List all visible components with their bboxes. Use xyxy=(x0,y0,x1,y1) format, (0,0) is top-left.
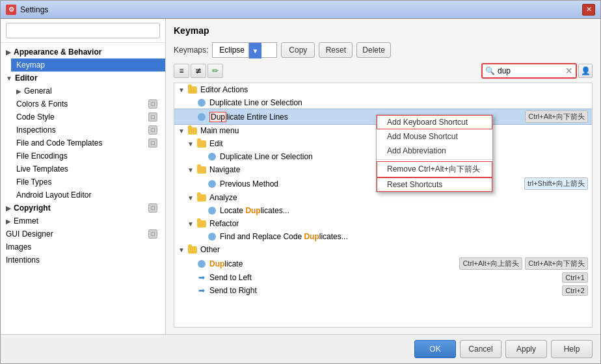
expand-icon: ▼ xyxy=(187,166,196,174)
keymap-tree[interactable]: ▼ Editor Actions Duplicate Line or Selec… xyxy=(174,83,593,328)
keymap-value: Eclipse xyxy=(215,43,248,57)
folder-icon xyxy=(187,84,198,95)
tree-node-label: Send to Right xyxy=(209,286,559,295)
tree-row[interactable]: ▼ Editor Actions xyxy=(174,83,592,96)
sidebar-item-label: GUI Designer xyxy=(6,229,53,239)
nav-search-input[interactable] xyxy=(6,23,160,38)
action-icon xyxy=(196,98,207,108)
tree-row[interactable]: Locate Duplicates... xyxy=(174,204,592,217)
filter-button[interactable]: 👤 xyxy=(578,64,593,78)
sidebar-item-label: Android Layout Editor xyxy=(16,190,91,200)
tree-row[interactable]: Find and Replace Code Duplicates... xyxy=(174,230,592,243)
nav-tree: ▶ Appearance & Behavior Keymap ▼ Editor … xyxy=(1,43,165,334)
arrow-icon: ▶ xyxy=(6,49,11,56)
search-icon: 🔍 xyxy=(485,66,495,75)
app-icon: ⚙ xyxy=(6,5,16,15)
tree-row[interactable]: ▼ Other xyxy=(174,243,592,256)
cancel-button[interactable]: Cancel xyxy=(460,340,501,358)
reset-button[interactable]: Reset xyxy=(319,42,353,58)
ctx-add-mouse-shortcut[interactable]: Add Mouse Shortcut xyxy=(377,129,492,144)
dropdown-arrow-icon[interactable]: ▼ xyxy=(248,43,261,58)
badge-icon: □ xyxy=(148,138,157,148)
badge-icon: □ xyxy=(148,229,157,239)
action-icon xyxy=(207,151,217,162)
tree-node-label: Send to Left xyxy=(209,273,559,282)
tree-node-label: Find and Replace Code Duplicates... xyxy=(220,232,588,241)
sidebar-item-intentions[interactable]: Intentions xyxy=(1,254,165,266)
sidebar-item-label: Editor xyxy=(15,73,38,83)
ctx-add-keyboard-shortcut[interactable]: Add Keyboard Shortcut xyxy=(377,115,492,129)
sidebar-item-emmet[interactable]: ▶ Emmet xyxy=(1,214,165,228)
edit-shortcut-button[interactable]: ✏ xyxy=(207,64,223,78)
sidebar-item-label: File Types xyxy=(16,177,51,187)
copy-button[interactable]: Copy xyxy=(281,42,315,58)
context-menu: Add Keyboard Shortcut Add Mouse Shortcut… xyxy=(376,114,493,192)
tree-row[interactable]: ▼ Analyze xyxy=(174,191,592,204)
sidebar-item-appearance[interactable]: ▶ Appearance & Behavior xyxy=(1,46,165,58)
ctx-reset-shortcuts[interactable]: Reset Shortcuts xyxy=(377,177,492,192)
folder-icon xyxy=(196,218,207,229)
sidebar-item-colors[interactable]: Colors & Fonts □ xyxy=(11,98,165,110)
tree-row[interactable]: ➡ Send to Left Ctrl+1 xyxy=(174,271,592,284)
sidebar-item-keymap[interactable]: Keymap xyxy=(11,58,165,72)
search-wrap xyxy=(1,19,165,43)
sidebar-item-general[interactable]: ▶ General xyxy=(11,84,165,98)
title-bar: ⚙ Settings ✕ xyxy=(1,1,600,19)
sidebar-item-label: Appearance & Behavior xyxy=(14,47,101,57)
sidebar-item-label: Code Style xyxy=(16,112,55,122)
ctx-remove-shortcut[interactable]: Remove Ctrl+Alt+向下箭头 xyxy=(377,161,492,177)
sidebar-item-filetemplates[interactable]: File and Code Templates □ xyxy=(11,136,165,150)
sidebar-item-editor[interactable]: ▼ Editor xyxy=(1,72,165,84)
page-title: Keymap xyxy=(174,25,593,36)
action-icon xyxy=(196,259,207,269)
sidebar-item-androidlayout[interactable]: Android Layout Editor xyxy=(11,188,165,202)
keymap-dropdown[interactable]: Eclipse ▼ xyxy=(212,42,277,58)
right-panel: Keymap Keymaps: Eclipse ▼ Copy Reset Del… xyxy=(166,19,600,334)
sidebar-item-label: Keymap xyxy=(16,60,45,70)
arrow-icon: ▼ xyxy=(6,75,12,82)
folder-icon xyxy=(196,192,207,203)
help-button[interactable]: Help xyxy=(551,340,593,358)
sidebar-item-encodings[interactable]: File Encodings xyxy=(11,150,165,162)
arrow-icon: ▶ xyxy=(6,218,11,225)
sidebar-item-livetemplates[interactable]: Live Templates xyxy=(11,162,165,176)
action-icon xyxy=(207,205,217,216)
send-icon: ➡ xyxy=(196,285,207,296)
tree-node-label: Locate Duplicates... xyxy=(220,206,588,215)
toolbar-row: ≡ ≢ ✏ 🔍 ✕ 👤 xyxy=(174,63,593,79)
tree-row[interactable]: Duplicate Line or Selection xyxy=(174,96,592,109)
sidebar-item-codestyle[interactable]: Code Style □ xyxy=(11,110,165,124)
sidebar-item-label: Intentions xyxy=(6,255,40,265)
sidebar-item-inspections[interactable]: Inspections □ xyxy=(11,124,165,136)
arrow-icon: ▶ xyxy=(6,205,11,212)
expand-icon: ▼ xyxy=(187,220,196,228)
sidebar-item-filetypes[interactable]: File Types xyxy=(11,176,165,188)
sidebar-item-images[interactable]: Images xyxy=(1,240,165,254)
tree-row[interactable]: ▼ Refactor xyxy=(174,217,592,230)
badge-icon: □ xyxy=(148,99,157,109)
keymap-label: Keymaps: xyxy=(174,46,208,55)
shortcut-badge-2: Ctrl+Alt+向下箭头 xyxy=(525,257,588,270)
sidebar-item-copyright[interactable]: ▶ Copyright □ xyxy=(1,202,165,214)
tree-node-label: Duplicate xyxy=(209,259,457,268)
shortcut-badge: Ctrl+2 xyxy=(562,285,588,296)
ctx-add-abbreviation[interactable]: Add Abbreviation xyxy=(377,144,492,158)
expand-all-button[interactable]: ≡ xyxy=(174,64,189,78)
keymap-search-input[interactable] xyxy=(498,66,563,75)
tree-node-label: Duplicate Line or Selection xyxy=(209,98,588,107)
tree-row[interactable]: ➡ Send to Right Ctrl+2 xyxy=(174,284,592,297)
dialog-title: Settings xyxy=(20,5,582,14)
clear-search-icon[interactable]: ✕ xyxy=(565,66,573,75)
apply-button[interactable]: Apply xyxy=(505,340,547,358)
close-button[interactable]: ✕ xyxy=(582,4,595,16)
ok-button[interactable]: OK xyxy=(414,340,456,358)
tree-node-label: Other xyxy=(200,245,588,254)
tree-row[interactable]: Duplicate Ctrl+Alt+向上箭头 Ctrl+Alt+向下箭头 xyxy=(174,256,592,271)
sidebar-item-guidesigner[interactable]: GUI Designer □ xyxy=(1,228,165,240)
expand-icon: ▼ xyxy=(178,246,187,254)
left-panel: ▶ Appearance & Behavior Keymap ▼ Editor … xyxy=(1,19,166,334)
delete-button[interactable]: Delete xyxy=(356,42,391,58)
sidebar-item-label: File Encodings xyxy=(16,151,68,161)
collapse-all-button[interactable]: ≢ xyxy=(191,64,206,78)
tree-node-label: Analyze xyxy=(209,193,588,202)
